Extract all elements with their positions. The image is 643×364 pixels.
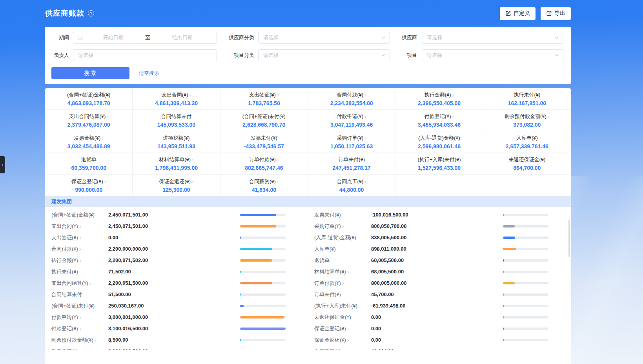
summary-cell-label[interactable]: 订单付款(¥) › (249, 156, 279, 163)
metric-bar-fill (503, 293, 504, 296)
metric-row: 订单未付(¥) 45,700.00 (308, 289, 571, 300)
metric-label[interactable]: 保证金返还(¥) › (308, 337, 371, 344)
summary-metric-name: 支出合同(¥) (162, 91, 188, 98)
metric-label: 未返还保证金(¥) (308, 314, 371, 321)
summary-cell-value: 145,093,533.00 (157, 122, 195, 128)
summary-cell: 订单付款(¥) › 802,665,747.46 (220, 153, 308, 175)
project-select[interactable]: 请选择 (422, 49, 563, 61)
metric-value: 51,500.00 (108, 291, 131, 297)
date-range-separator: 至 (144, 34, 152, 41)
chevron-right-icon: › (548, 114, 550, 119)
summary-cell-label[interactable]: 支出合同(¥) › (162, 91, 191, 98)
metric-label[interactable]: 支出合同结算(¥) › (45, 280, 108, 287)
summary-cell-label: 入库单(¥) (516, 135, 538, 142)
summary-cell-label[interactable]: 材料结算单(¥) › (159, 156, 194, 163)
export-button[interactable]: 导出 (541, 7, 571, 20)
summary-cell-label[interactable]: 剩余预付款金额(¥) › (505, 113, 550, 120)
metric-value: 41,834.00 (371, 348, 394, 350)
metric-label[interactable]: 支出合同(¥) › (45, 223, 108, 230)
summary-metric-name: 未返还保证金(¥) (508, 156, 545, 163)
metric-name: 合同薪资(¥) (314, 348, 341, 350)
summary-cell-value: 3,032,454,486.89 (67, 143, 110, 149)
metric-row: (合同+签证)金额(¥) 2,450,071,501.00 (45, 209, 308, 220)
metric-bar-track (240, 316, 286, 318)
summary-cell-label: (合同+签证)金额(¥) (67, 91, 110, 98)
filter-row-1: 期间 开始日期 至 结束日期 供应商分类 请选择 供应商 请选择 (51, 32, 565, 44)
summary-cell-label[interactable]: 付款申请(¥) › (337, 113, 366, 120)
summary-cell-empty (395, 175, 483, 196)
scrollbar-thumb[interactable] (568, 220, 570, 257)
summary-cell-value: 60,359,700.00 (71, 165, 106, 171)
summary-cell-label[interactable]: 合同点工(¥) › (337, 178, 366, 185)
chevron-right-icon: › (364, 135, 366, 141)
help-icon[interactable]: ? (88, 10, 94, 16)
summary-cell-value: 2,596,980,061.46 (418, 143, 461, 149)
metric-bar-fill (503, 248, 516, 250)
metric-value: 60,005,500.00 (371, 257, 404, 263)
metric-name: (合同+签证)未付(¥) (51, 302, 95, 309)
chevron-right-icon: › (452, 92, 454, 98)
metric-name: 材料结算单(¥) (314, 268, 346, 275)
project-category-select[interactable]: 请选择 (258, 49, 390, 61)
group-name-link[interactable]: 建发集团 (51, 198, 72, 205)
metric-label[interactable]: 合同付款(¥) › (45, 246, 108, 253)
supplier-select[interactable]: 请选择 (422, 32, 563, 44)
summary-cell-value: -433,479,546.57 (244, 143, 284, 149)
metric-row: 订单付款(¥) › 800,005,000.00 (308, 277, 571, 289)
summary-cell: (执行+入库)未付(¥) 1,527,596,433.00 (395, 153, 483, 175)
summary-cell-value: 373,082.00 (513, 122, 541, 128)
metric-row: 采购订单(¥) › 800,050,700.00 (308, 220, 571, 232)
summary-cell: (合同+签证)金额(¥) 4,863,093,178.70 (45, 88, 133, 110)
metric-bar-track (503, 214, 548, 216)
metric-bar-fill (240, 328, 286, 330)
summary-cell-label[interactable]: 发票金额(¥) › (74, 135, 104, 142)
summary-cell: 保证金返还(¥) › 125,300.00 (133, 175, 220, 196)
project-category-label: 项目分类 (217, 52, 254, 59)
metric-label[interactable]: 付款申请(¥) › (45, 314, 108, 321)
metric-bar-fill (240, 316, 284, 318)
summary-metric-name: (合同+签证)未付(¥) (242, 113, 286, 120)
summary-metric-name: (执行+入库)未付(¥) (417, 156, 461, 163)
summary-cell-label[interactable]: 合同付款(¥) › (337, 91, 366, 98)
supplier-category-select[interactable]: 请选择 (258, 32, 390, 44)
owner-input[interactable]: 请选择 (73, 49, 217, 61)
summary-cell: (合同+签证)未付(¥) 2,628,668,790.70 (220, 110, 308, 131)
calendar-icon (77, 35, 83, 40)
metric-label[interactable]: 付款登记(¥) › (45, 325, 108, 332)
metric-label[interactable]: 订单付款(¥) › (308, 280, 371, 287)
clear-search-link[interactable]: 清空搜索 (139, 70, 159, 77)
summary-cell-label[interactable]: 支出签证(¥) › (249, 91, 279, 98)
summary-metric-name: 采购订单(¥) (337, 135, 363, 142)
summary-cell-value: 2,628,668,790.70 (242, 122, 285, 128)
metric-label[interactable]: 合同薪资(¥) › (308, 348, 371, 350)
metric-label[interactable]: 剩余预付款金额(¥) › (45, 337, 108, 344)
metric-label[interactable]: 执行金额(¥) › (45, 257, 108, 264)
metric-label[interactable]: 发票金额(¥) › (45, 348, 108, 350)
metric-row: 保证金返还(¥) › 0.00 (308, 334, 571, 346)
customize-button[interactable]: 自定义 (500, 7, 536, 20)
chevron-right-icon: › (364, 179, 366, 184)
metric-bar-track (503, 248, 548, 250)
summary-cell-label[interactable]: 付款登记(¥) › (424, 113, 454, 120)
chevron-right-icon: › (95, 337, 97, 343)
summary-cell-label[interactable]: 采购订单(¥) › (337, 135, 366, 142)
metric-label[interactable]: 采购订单(¥) › (308, 223, 371, 230)
chevron-right-icon: › (79, 235, 81, 240)
metric-bar-track (503, 237, 548, 239)
summary-cell: 付款申请(¥) › 3,047,119,493.46 (308, 110, 395, 131)
summary-cell-label: 未返还保证金(¥) (508, 156, 545, 163)
summary-cell-label[interactable]: 保证金返还(¥) › (159, 178, 194, 185)
summary-cell-label: 执行未付(¥) (514, 91, 540, 98)
summary-cell-label[interactable]: 支出合同结算(¥) › (69, 113, 109, 120)
summary-cell-label[interactable]: 合同薪资(¥) › (249, 178, 279, 185)
search-button[interactable]: 搜索 (51, 67, 129, 79)
metric-label[interactable]: 保证金登记(¥) › (308, 325, 371, 332)
date-range-input[interactable]: 开始日期 至 结束日期 (73, 32, 217, 44)
metric-label[interactable]: 支出签证(¥) › (45, 234, 108, 241)
metric-label[interactable]: 材料结算单(¥) › (308, 268, 371, 275)
summary-cell-label[interactable]: 执行金额(¥) › (424, 91, 454, 98)
metric-value: 2,200,000,000.00 (108, 246, 148, 252)
drawer-toggle[interactable]: ‹ (0, 156, 5, 173)
summary-cell: 进项税额(¥) 143,959,511.93 (133, 131, 220, 153)
summary-cell-label[interactable]: 保证金登记(¥) › (71, 178, 106, 185)
